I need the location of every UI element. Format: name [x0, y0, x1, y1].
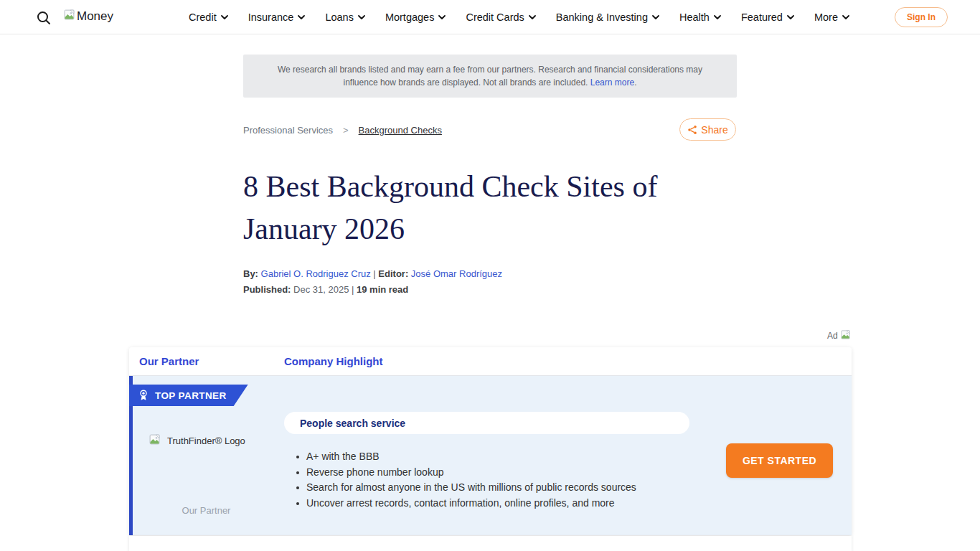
partner-card-header: Our Partner Company Highlight	[129, 347, 852, 376]
chevron-down-icon	[298, 15, 305, 19]
nav-item-mortgages[interactable]: Mortgages	[385, 11, 446, 23]
search-icon[interactable]	[36, 10, 52, 26]
nav-item-banking-investing[interactable]: Banking & Investing	[556, 11, 659, 23]
next-partner-row-stub	[129, 536, 852, 551]
sign-in-button[interactable]: Sign In	[895, 7, 948, 27]
publish-separator: |	[349, 284, 357, 295]
disclosure-text: We research all brands listed and may ea…	[278, 65, 702, 88]
page: Money Credit Insurance Loans Mortgages C…	[0, 0, 980, 551]
editor-link[interactable]: José Omar Rodríguez	[411, 268, 502, 279]
nav-item-credit[interactable]: Credit	[189, 11, 228, 23]
breadcrumb-current-link[interactable]: Background Checks	[359, 125, 442, 136]
chevron-down-icon	[221, 15, 228, 19]
nav-item-health[interactable]: Health	[679, 11, 721, 23]
nav-item-label: Insurance	[248, 11, 294, 23]
nav-item-label: Featured	[741, 11, 783, 23]
column-header-company-highlight: Company Highlight	[284, 355, 383, 367]
byline-separator: |	[371, 268, 379, 279]
top-partner-badge: TOP PARTNER	[129, 385, 248, 406]
author-link[interactable]: Gabriel O. Rodriguez Cruz	[261, 268, 371, 279]
money-logo-text: Money	[77, 9, 113, 24]
breadcrumb-parent-link[interactable]: Professional Services	[243, 125, 333, 136]
chevron-down-icon	[714, 15, 721, 19]
published-date: Dec 31, 2025	[293, 284, 349, 295]
partner-card-body: TOP PARTNER TruthFinder® Logo Our Partne…	[129, 376, 852, 535]
by-label: By:	[243, 268, 261, 279]
editor-label: Editor:	[378, 268, 411, 279]
ad-slot: Ad	[827, 329, 851, 342]
top-nav: Money Credit Insurance Loans Mortgages C…	[0, 0, 980, 34]
nav-item-label: Health	[679, 11, 710, 23]
nav-item-label: More	[814, 11, 838, 23]
page-title: 8 Best Background Check Sites of January…	[243, 166, 745, 250]
byline: By: Gabriel O. Rodriguez Cruz | Editor: …	[243, 268, 502, 279]
share-label: Share	[701, 124, 727, 136]
nav-item-insurance[interactable]: Insurance	[248, 11, 306, 23]
truthfinder-logo[interactable]: TruthFinder® Logo	[149, 433, 245, 448]
column-header-our-partner: Our Partner	[139, 355, 199, 367]
broken-image-icon	[63, 9, 75, 24]
chevron-down-icon	[438, 15, 446, 19]
money-logo[interactable]: Money	[63, 9, 113, 24]
share-icon	[687, 125, 697, 135]
company-highlight-pill: People search service	[284, 412, 689, 434]
ad-label: Ad	[827, 331, 838, 341]
truthfinder-logo-alt-text: TruthFinder® Logo	[167, 435, 245, 446]
highlight-pill-label: People search service	[300, 418, 405, 429]
nav-item-loans[interactable]: Loans	[325, 11, 365, 23]
highlight-bullet: Reverse phone number lookup	[296, 465, 655, 481]
main-menu: Credit Insurance Loans Mortgages Credit …	[189, 0, 849, 34]
top-partner-card: Our Partner Company Highlight TOP PARTNE…	[129, 347, 852, 535]
nav-item-label: Credit Cards	[466, 11, 524, 23]
share-button[interactable]: Share	[679, 118, 736, 141]
chevron-down-icon	[787, 15, 794, 19]
broken-image-icon	[149, 433, 161, 448]
chevron-down-icon	[358, 15, 365, 19]
chevron-down-icon	[529, 15, 536, 19]
nav-item-featured[interactable]: Featured	[741, 11, 794, 23]
disclosure-period: .	[634, 77, 636, 88]
award-ribbon-icon	[138, 389, 149, 402]
nav-item-label: Banking & Investing	[556, 11, 648, 23]
nav-item-label: Credit	[189, 11, 217, 23]
chevron-right-icon: >	[343, 125, 349, 136]
highlight-bullet: A+ with the BBB	[296, 449, 655, 465]
get-started-button[interactable]: GET STARTED	[726, 443, 833, 478]
top-partner-badge-label: TOP PARTNER	[155, 390, 227, 401]
nav-item-label: Loans	[325, 11, 354, 23]
broken-image-icon	[840, 329, 851, 342]
highlight-bullet: Search for almost anyone in the US with …	[296, 480, 655, 496]
read-time: 19 min read	[357, 284, 408, 295]
nav-item-label: Mortgages	[385, 11, 435, 23]
chevron-down-icon	[842, 15, 849, 19]
chevron-down-icon	[652, 15, 659, 19]
breadcrumb: Professional Services > Background Check…	[243, 125, 442, 136]
advertiser-disclosure: We research all brands listed and may ea…	[243, 55, 737, 98]
published-label: Published:	[243, 284, 293, 295]
nav-item-credit-cards[interactable]: Credit Cards	[466, 11, 535, 23]
nav-item-more[interactable]: More	[814, 11, 849, 23]
publish-line: Published: Dec 31, 2025 | 19 min read	[243, 284, 408, 295]
highlight-bullet: Uncover arrest records, contact informat…	[296, 496, 655, 512]
our-partner-caption: Our Partner	[133, 505, 280, 516]
learn-more-link[interactable]: Learn more	[590, 77, 634, 88]
highlight-bullet-list: A+ with the BBB Reverse phone number loo…	[296, 449, 655, 511]
